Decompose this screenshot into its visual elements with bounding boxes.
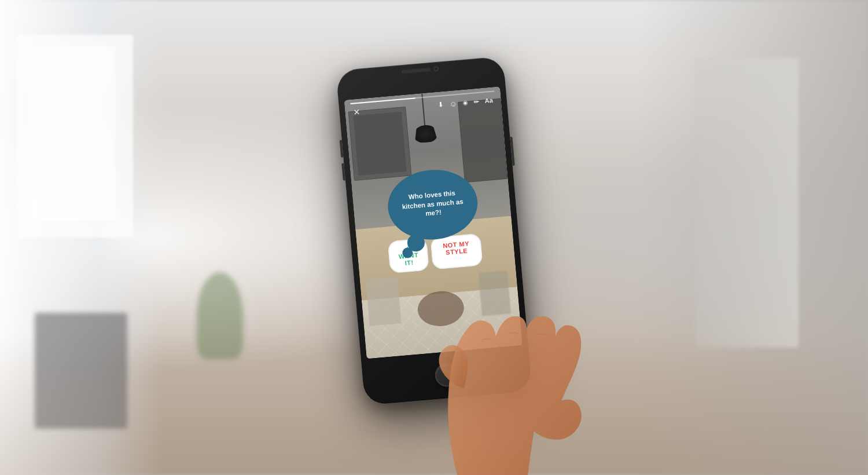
phone-volume-up-button [340,140,344,158]
dining-chair-left [366,277,402,326]
phone-notch [402,67,439,75]
story-progress-bar [350,90,494,104]
story-progress-fill [350,97,415,104]
phone-power-button [510,137,514,166]
poll-widget: Who loves this kitchen as much as me?! I… [379,166,483,274]
hand-svg [414,266,587,475]
hallway-right [694,58,799,348]
speech-bubble: Who loves this kitchen as much as me?! [385,166,480,243]
phone-volume-down-button [341,163,345,181]
hand-phone-container: ✕ ⬇ ☺ ◉ ✏ Aa Who loves this kitchen as m… [289,12,579,463]
pendant-shade [413,124,437,143]
window-frame-left-inner [29,46,116,220]
phone-camera [433,67,439,72]
poll-question: Who loves this kitchen as much as me?! [387,181,479,228]
phone-speaker [402,68,431,74]
